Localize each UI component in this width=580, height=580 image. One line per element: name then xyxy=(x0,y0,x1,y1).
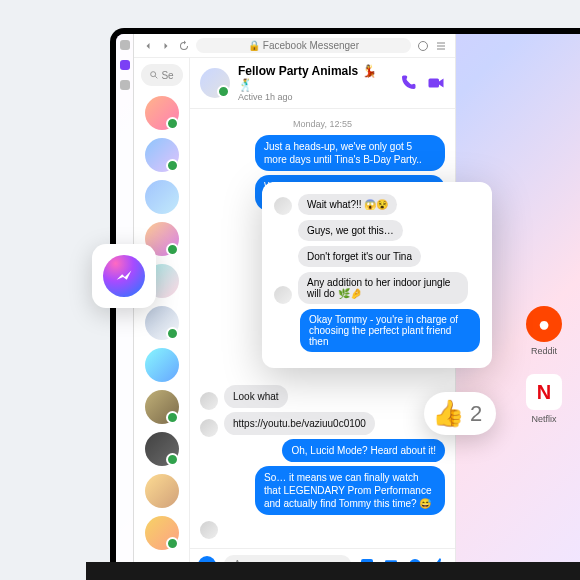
chat-title: Fellow Party Animals 💃🕺 xyxy=(238,64,391,92)
tile-label: Netflix xyxy=(526,414,562,424)
popup-message-sent[interactable]: Okay Tommy - you're in charge of choosin… xyxy=(300,309,480,352)
day-stamp: Monday, 12:55 xyxy=(200,119,445,129)
refresh-icon[interactable] xyxy=(178,40,190,52)
message-sent[interactable]: Just a heads-up, we've only got 5 more d… xyxy=(255,135,445,171)
menu-icon[interactable] xyxy=(435,40,447,52)
sender-avatar[interactable] xyxy=(274,197,292,215)
messenger-logo-card xyxy=(92,244,156,308)
chat-header-avatar[interactable] xyxy=(200,68,230,98)
speed-dial-reddit[interactable]: ● Reddit xyxy=(526,306,562,356)
chat-popup-card: Wait what?!! 😱😵 Guys, we got this… Don't… xyxy=(262,182,492,368)
popup-row: Any addition to her indoor jungle will d… xyxy=(274,272,480,304)
conversation-sidebar: Se xyxy=(134,58,190,580)
message-received[interactable]: https://youtu.be/vaziuu0c0100 xyxy=(224,412,375,435)
sender-avatar[interactable] xyxy=(274,286,292,304)
conversation-avatar[interactable] xyxy=(145,432,179,466)
chat-subtitle: Active 1h ago xyxy=(238,92,391,102)
svg-rect-2 xyxy=(429,79,440,88)
search-text: Se xyxy=(161,70,173,81)
reaction-pill[interactable]: 👍 2 xyxy=(424,392,496,435)
rail-icon[interactable] xyxy=(120,80,130,90)
smile-icon[interactable] xyxy=(417,40,429,52)
thumbs-up-icon: 👍 xyxy=(432,398,464,429)
conversation-avatar[interactable] xyxy=(145,138,179,172)
popup-row: Wait what?!! 😱😵 xyxy=(274,194,480,215)
conversation-avatar[interactable] xyxy=(145,390,179,424)
popup-message-received[interactable]: Guys, we got this… xyxy=(298,220,403,241)
svg-point-1 xyxy=(151,72,156,77)
message-row xyxy=(200,521,445,539)
conversation-avatar[interactable] xyxy=(145,516,179,550)
popup-row: Don't forget it's our Tina xyxy=(274,246,480,267)
forward-icon[interactable] xyxy=(160,40,172,52)
conversation-avatar[interactable] xyxy=(145,348,179,382)
conversation-avatar[interactable] xyxy=(145,474,179,508)
laptop-base xyxy=(86,562,580,580)
netflix-icon: N xyxy=(526,374,562,410)
reddit-icon: ● xyxy=(526,306,562,342)
message-row: https://youtu.be/vaziuu0c0100 xyxy=(200,410,445,437)
message-received[interactable]: Look what xyxy=(224,385,288,408)
speed-dial-netflix[interactable]: N Netflix xyxy=(526,374,562,424)
lock-icon: 🔒 xyxy=(248,40,260,51)
message-sent[interactable]: Oh, Lucid Mode? Heard about it! xyxy=(282,439,445,462)
back-icon[interactable] xyxy=(142,40,154,52)
message-row: Look what xyxy=(200,383,445,410)
sender-avatar[interactable] xyxy=(200,392,218,410)
address-field[interactable]: 🔒 Facebook Messenger xyxy=(196,38,411,53)
rail-icon[interactable] xyxy=(120,40,130,50)
conversation-avatar[interactable] xyxy=(145,96,179,130)
tile-label: Reddit xyxy=(526,346,562,356)
rail-tab-icon[interactable] xyxy=(120,60,130,70)
reaction-count: 2 xyxy=(470,401,482,427)
popup-message-received[interactable]: Wait what?!! 😱😵 xyxy=(298,194,397,215)
popup-message-received[interactable]: Don't forget it's our Tina xyxy=(298,246,421,267)
video-icon[interactable] xyxy=(427,74,445,92)
popup-row: Guys, we got this… xyxy=(274,220,480,241)
page-title: Facebook Messenger xyxy=(263,40,359,51)
sender-avatar[interactable] xyxy=(200,521,218,539)
sidebar-search[interactable]: Se xyxy=(141,64,183,86)
message-sent[interactable]: So… it means we can finally watch that L… xyxy=(255,466,445,515)
svg-point-0 xyxy=(419,41,428,50)
chat-header: Fellow Party Animals 💃🕺 Active 1h ago xyxy=(190,58,455,109)
browser-address-bar: 🔒 Facebook Messenger xyxy=(134,34,455,58)
phone-icon[interactable] xyxy=(399,74,417,92)
messenger-icon xyxy=(103,255,145,297)
conversation-avatar[interactable] xyxy=(145,180,179,214)
sender-avatar[interactable] xyxy=(200,419,218,437)
search-icon xyxy=(149,70,159,80)
popup-message-received[interactable]: Any addition to her indoor jungle will d… xyxy=(298,272,468,304)
conversation-avatar[interactable] xyxy=(145,306,179,340)
